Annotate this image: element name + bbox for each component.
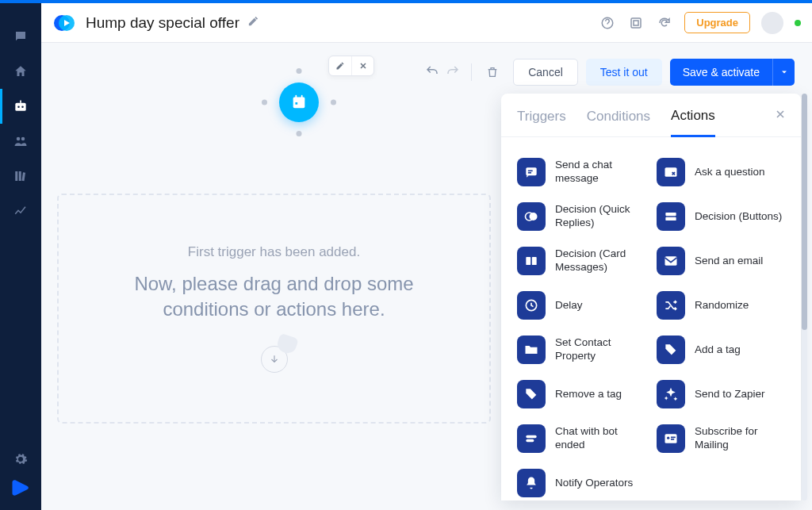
edit-title-icon[interactable] bbox=[247, 15, 259, 30]
app-header: Hump day special offer Upgrade bbox=[41, 3, 812, 43]
action-item[interactable]: Send to Zapier bbox=[653, 374, 788, 415]
svg-point-5 bbox=[21, 137, 25, 141]
tag-icon bbox=[517, 380, 546, 408]
action-label: Decision (Quick Replies) bbox=[555, 203, 645, 230]
svg-rect-16 bbox=[295, 95, 297, 99]
trigger-node[interactable] bbox=[279, 82, 319, 122]
panel-tabs: Triggers Conditions Actions bbox=[501, 94, 801, 137]
tab-conditions[interactable]: Conditions bbox=[587, 109, 650, 136]
action-item[interactable]: Decision (Buttons) bbox=[653, 196, 788, 237]
delete-button[interactable] bbox=[480, 59, 505, 86]
action-label: Remove a tag bbox=[555, 388, 622, 401]
email-icon bbox=[657, 247, 685, 275]
action-label: Delay bbox=[555, 299, 583, 313]
action-item[interactable]: Subscribe for Mailing bbox=[653, 418, 788, 459]
action-item[interactable]: Set Contact Property bbox=[514, 329, 649, 370]
action-label: Ask a question bbox=[695, 166, 765, 179]
action-label: Set Contact Property bbox=[555, 336, 645, 363]
redo-button bbox=[446, 64, 460, 81]
clock-icon bbox=[517, 291, 546, 320]
node-handle-left[interactable] bbox=[262, 100, 267, 105]
action-label: Send an email bbox=[695, 255, 763, 268]
action-item[interactable]: Send an email bbox=[653, 240, 788, 282]
page-title: Hump day special offer bbox=[86, 14, 239, 32]
test-button[interactable]: Test it out bbox=[586, 59, 662, 86]
toolbar-divider bbox=[471, 63, 472, 81]
arrow-down-icon bbox=[261, 346, 288, 373]
action-item[interactable]: Delay bbox=[514, 285, 649, 326]
svg-rect-18 bbox=[295, 102, 297, 105]
sidebar-item-bots[interactable] bbox=[0, 89, 41, 124]
action-item[interactable]: Ask a question bbox=[653, 151, 788, 193]
svg-rect-22 bbox=[665, 167, 677, 177]
trigger-node-circle[interactable] bbox=[279, 82, 319, 122]
action-label: Subscribe for Mailing bbox=[695, 425, 785, 452]
action-item[interactable]: Chat with bot ended bbox=[514, 418, 649, 459]
sidebar-item-contacts[interactable] bbox=[0, 124, 41, 159]
save-activate-button[interactable]: Save & activate bbox=[670, 59, 772, 86]
cancel-button[interactable]: Cancel bbox=[513, 59, 578, 86]
svg-rect-25 bbox=[665, 213, 676, 216]
cards-icon bbox=[517, 247, 546, 275]
node-controls bbox=[328, 56, 374, 76]
sidebar-item-home[interactable] bbox=[0, 54, 41, 89]
avatar[interactable] bbox=[761, 12, 783, 34]
refresh-icon[interactable] bbox=[656, 14, 673, 32]
bell-icon bbox=[517, 469, 546, 497]
svg-rect-7 bbox=[19, 171, 21, 181]
node-handle-top[interactable] bbox=[297, 68, 302, 74]
action-item[interactable]: Notify Operators bbox=[514, 462, 649, 500]
app-logo[interactable] bbox=[52, 11, 76, 35]
sidebar-item-settings[interactable] bbox=[0, 442, 41, 477]
action-label: Send a chat message bbox=[555, 159, 645, 186]
canvas-toolbar: Cancel Test it out Save & activate bbox=[422, 59, 795, 86]
tab-triggers[interactable]: Triggers bbox=[517, 109, 566, 136]
panel-scrollbar[interactable] bbox=[802, 94, 807, 500]
dropzone-heading: Now, please drag and drop some condition… bbox=[90, 271, 458, 323]
news-icon[interactable] bbox=[627, 14, 645, 32]
zap-icon bbox=[657, 380, 685, 408]
svg-rect-6 bbox=[15, 171, 17, 181]
svg-rect-13 bbox=[634, 21, 638, 25]
delete-node-icon[interactable] bbox=[351, 56, 373, 75]
action-label: Add a tag bbox=[695, 343, 741, 357]
action-label: Decision (Card Messages) bbox=[555, 247, 645, 274]
save-group: Save & activate bbox=[670, 59, 795, 86]
svg-rect-8 bbox=[22, 172, 25, 181]
close-panel-icon[interactable] bbox=[774, 108, 787, 124]
sidebar-item-analytics[interactable] bbox=[0, 194, 41, 228]
sidebar-item-library[interactable] bbox=[0, 159, 41, 194]
svg-rect-15 bbox=[293, 98, 305, 101]
save-more-button[interactable] bbox=[772, 59, 795, 86]
svg-rect-3 bbox=[20, 101, 21, 103]
action-label: Notify Operators bbox=[555, 477, 633, 490]
svg-rect-26 bbox=[665, 217, 676, 220]
action-label: Chat with bot ended bbox=[555, 425, 645, 452]
svg-rect-28 bbox=[532, 257, 537, 265]
svg-rect-29 bbox=[665, 256, 677, 266]
action-item[interactable]: Remove a tag bbox=[514, 374, 649, 415]
action-item[interactable]: Decision (Card Messages) bbox=[514, 240, 649, 282]
undo-button[interactable] bbox=[425, 64, 439, 81]
svg-point-24 bbox=[530, 213, 538, 220]
edit-node-icon[interactable] bbox=[329, 56, 351, 75]
sidebar-item-chat[interactable] bbox=[0, 19, 41, 54]
tag-icon bbox=[657, 336, 685, 364]
action-item[interactable]: Randomize bbox=[653, 285, 788, 326]
action-item[interactable]: Add a tag bbox=[653, 329, 788, 370]
tab-actions[interactable]: Actions bbox=[671, 108, 715, 137]
node-handle-bottom[interactable] bbox=[297, 131, 302, 136]
action-label: Decision (Buttons) bbox=[695, 210, 782, 224]
subscribe-icon bbox=[657, 424, 685, 453]
action-item[interactable]: Decision (Quick Replies) bbox=[514, 196, 649, 237]
flow-canvas[interactable]: Cancel Test it out Save & activate First… bbox=[41, 43, 812, 510]
drop-zone[interactable]: First trigger has been added. Now, pleas… bbox=[57, 194, 491, 424]
svg-point-1 bbox=[17, 106, 20, 109]
action-item[interactable]: Send a chat message bbox=[514, 151, 649, 193]
svg-point-4 bbox=[17, 137, 21, 141]
help-icon[interactable] bbox=[599, 14, 616, 32]
chat-icon bbox=[517, 158, 546, 186]
svg-point-34 bbox=[667, 437, 669, 439]
node-handle-right[interactable] bbox=[331, 100, 336, 105]
upgrade-button[interactable]: Upgrade bbox=[684, 12, 750, 33]
